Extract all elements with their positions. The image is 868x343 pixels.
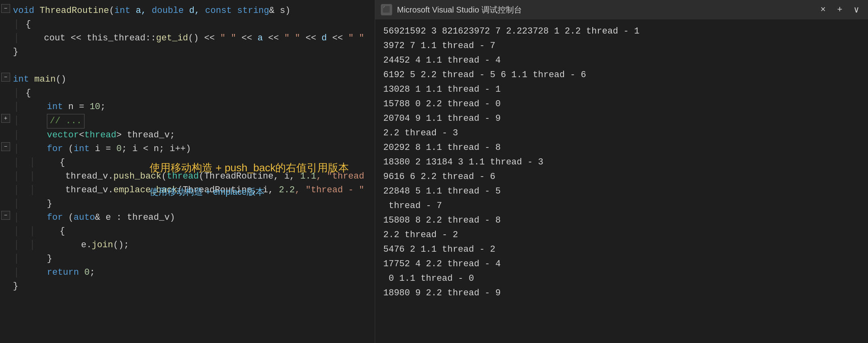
- code-tokens: int n = 10;: [24, 100, 106, 114]
- collapse-button[interactable]: −: [0, 142, 11, 151]
- output-line: 20292 8 1.1 thread - 8: [383, 141, 860, 155]
- output-line: 13028 1 1.1 thread - 1: [383, 82, 860, 97]
- indent-guide: │ │: [11, 183, 21, 197]
- token: , "thread - ": [295, 185, 364, 195]
- output-line: 15808 8 2.2 thread - 8: [383, 213, 860, 228]
- token: for: [25, 144, 63, 154]
- code-tokens: {: [24, 86, 31, 100]
- output-panel: ⬛ Microsoft Visual Studio 调试控制台 × + ∨ 56…: [375, 0, 868, 343]
- token: e.: [38, 240, 92, 250]
- code-tokens: // ...: [24, 114, 84, 128]
- code-line: +│ // ...: [0, 114, 368, 128]
- output-line: 22848 5 1.1 thread - 5: [383, 184, 860, 199]
- indent-guide: │ │: [11, 225, 37, 238]
- code-editor: −void ThreadRoutine(int a, double d, con…: [0, 0, 368, 343]
- output-line: 2.2 thread - 3: [383, 126, 860, 141]
- indent-guide: │: [11, 211, 24, 225]
- collapse-button[interactable]: −: [0, 4, 11, 13]
- token: a,: [130, 6, 152, 16]
- token: int: [74, 144, 90, 154]
- token: (: [63, 144, 74, 154]
- token: join: [92, 240, 113, 250]
- token: const: [205, 6, 232, 16]
- token: ();: [113, 240, 129, 250]
- token: [354, 33, 359, 43]
- token: ": [343, 33, 353, 43]
- token: thread_v.: [23, 185, 113, 195]
- token: ;: [100, 102, 106, 112]
- indent-guide: │: [11, 32, 21, 45]
- code-line: }: [0, 280, 368, 293]
- indent-guide: │: [11, 197, 24, 211]
- indent-guide: │: [11, 142, 24, 156]
- token: thread_v.: [23, 171, 113, 181]
- token: {: [25, 19, 31, 29]
- token: thread: [84, 130, 116, 140]
- callout-emplace: 使用移动构造 + emplace版本: [150, 186, 264, 198]
- token: {: [25, 88, 31, 98]
- token: [300, 33, 306, 43]
- indent-guide: │: [11, 100, 24, 114]
- code-line: │ cout << this_thread::get_id() << " " <…: [0, 32, 368, 45]
- code-tokens: {: [37, 156, 65, 170]
- code-line: −int main(): [0, 73, 368, 86]
- indent-guide: │ │: [11, 170, 21, 183]
- token: d,: [184, 6, 205, 16]
- token: <<: [204, 33, 215, 43]
- indent-guide: │: [11, 114, 24, 128]
- token: get_id: [156, 33, 188, 43]
- token: (: [109, 6, 114, 16]
- token: & e : thread_v): [95, 213, 175, 223]
- token: ": [215, 33, 225, 43]
- code-line: }: [0, 45, 368, 59]
- token: <<: [332, 33, 343, 43]
- code-line: │ }: [0, 197, 368, 211]
- code-tokens: cout << this_thread::get_id() << " " << …: [21, 32, 368, 45]
- code-tokens: int main(): [11, 73, 66, 86]
- close-button[interactable]: ×: [817, 5, 829, 15]
- indent-guide: │ │: [11, 156, 37, 170]
- token: (): [56, 74, 66, 84]
- token: ": [295, 33, 300, 43]
- token: auto: [74, 213, 95, 223]
- code-tokens: }: [24, 197, 52, 211]
- indent-guide: │: [11, 252, 24, 266]
- code-tokens: {: [37, 225, 65, 238]
- token: {: [38, 226, 65, 236]
- indent-guide: │: [11, 18, 24, 32]
- code-line: │ │ e.join();: [0, 238, 368, 252]
- expand-button[interactable]: +: [0, 114, 11, 123]
- token: 10: [90, 102, 100, 112]
- code-tokens: e.join();: [37, 238, 129, 252]
- token: i =: [90, 144, 116, 154]
- collapse-button[interactable]: −: [0, 73, 11, 82]
- token: 2.2: [279, 185, 295, 195]
- token: ThreadRoutine: [40, 6, 109, 16]
- token: }: [25, 199, 52, 209]
- collapse-button[interactable]: −: [0, 211, 11, 220]
- token: ; i < n; i++): [122, 144, 191, 154]
- callout-push-back: 使用移动构造 + push_back的右值引用版本: [150, 161, 349, 175]
- indent-guide: │: [11, 86, 24, 100]
- token: ": [231, 33, 236, 43]
- token: double: [152, 6, 184, 16]
- add-button[interactable]: +: [834, 5, 846, 15]
- token: <<: [268, 33, 279, 43]
- token: string: [232, 6, 269, 16]
- token: main: [34, 74, 56, 84]
- output-line: thread - 7: [383, 199, 860, 213]
- output-line: 56921592 3 821623972 7 2.223728 1 2.2 th…: [383, 24, 860, 39]
- token: this_thread: [81, 33, 145, 43]
- token: }: [13, 47, 18, 57]
- code-line: │ return 0;: [0, 266, 368, 280]
- token: return: [25, 267, 84, 278]
- output-content: 56921592 3 821623972 7 2.223728 1 2.2 th…: [375, 19, 868, 305]
- token: [25, 116, 47, 126]
- code-tokens: void ThreadRoutine(int a, double d, cons…: [11, 4, 291, 18]
- output-line: 0 1.1 thread - 0: [383, 271, 860, 286]
- token: int: [25, 102, 63, 112]
- token: <<: [306, 33, 316, 43]
- chevron-button[interactable]: ∨: [851, 4, 862, 15]
- token: cout: [23, 33, 71, 43]
- code-tokens: }: [24, 252, 52, 266]
